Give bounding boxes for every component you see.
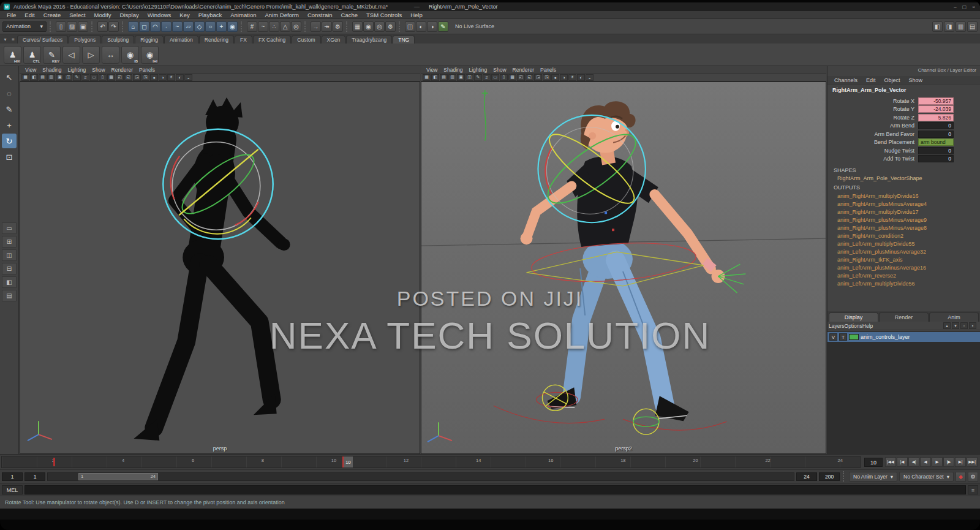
next-key-icon[interactable]: ▷ — [82, 46, 100, 64]
current-frame-marker[interactable]: 10 — [342, 456, 353, 468]
select-component-icon[interactable]: ◠ — [150, 21, 160, 32]
gate-mask-icon[interactable]: ▩ — [508, 74, 516, 81]
safe-title-icon[interactable]: ◲ — [133, 74, 141, 81]
mask-surfaces-icon[interactable]: ▱ — [183, 21, 194, 32]
tool-settings-toggle-icon[interactable]: ▥ — [956, 21, 966, 32]
lock-camera-icon[interactable]: ◧ — [30, 74, 38, 81]
foot-control-front[interactable] — [633, 409, 659, 434]
command-input[interactable] — [24, 485, 966, 494]
viewport-menu-item[interactable]: View — [22, 67, 39, 73]
play-forwards-button[interactable]: ▶ — [932, 457, 943, 467]
menubar-item[interactable]: Windows — [143, 12, 176, 18]
shelf-tab[interactable]: FX — [235, 36, 252, 44]
animation-end-field[interactable]: 200 — [819, 472, 840, 481]
channel-attribute-value[interactable]: -24.039 — [918, 105, 954, 113]
shelf-tab[interactable]: Sculpting — [102, 36, 134, 44]
lock-camera-icon[interactable]: ◧ — [431, 74, 439, 81]
menu-set-selector[interactable]: Animation ▾ — [2, 21, 47, 32]
channel-box-toggle-icon[interactable]: ▤ — [967, 21, 978, 32]
textured-mode-icon[interactable]: ◑ — [159, 74, 167, 81]
menubar-item[interactable]: Playback — [194, 12, 227, 18]
auto-keyframe-toggle[interactable]: ◆ — [956, 472, 966, 482]
layout-outliner-persp-icon[interactable]: ◧ — [2, 276, 17, 288]
select-camera-icon[interactable]: ▦ — [423, 74, 431, 81]
pan-zoom-2d-icon[interactable]: ◫ — [64, 74, 72, 81]
use-lights-icon[interactable]: ☀ — [167, 74, 175, 81]
undo-icon[interactable]: ↶ — [97, 21, 108, 32]
viewport-persp2[interactable]: persp2 — [421, 81, 826, 454]
layer-editor-tab[interactable]: Anim — [929, 312, 979, 322]
layer-list[interactable]: V T anim_controls_layer — [827, 331, 980, 454]
new-empty-layer-icon[interactable]: ▫ — [960, 322, 968, 329]
viewport-menu-item[interactable]: Renderer — [510, 67, 537, 73]
shape-node-name[interactable]: RightArm_Arm_Pole_VectorShape — [837, 175, 922, 181]
menubar-item[interactable]: Animation — [226, 12, 260, 18]
xray-icon[interactable]: ◒ — [184, 74, 192, 81]
snap-curve-icon[interactable]: ~ — [258, 21, 268, 32]
safe-action-icon[interactable]: ◱ — [526, 74, 533, 81]
output-node-item[interactable]: anim_RightArm_IkFK_axis — [827, 256, 980, 264]
playback-end-field[interactable]: 24 — [796, 472, 817, 481]
set-key-icon[interactable]: ✎ KEY — [43, 46, 61, 64]
layer-type-toggle[interactable]: T — [839, 333, 847, 341]
select-camera-icon[interactable]: ▦ — [21, 74, 29, 81]
redo-icon[interactable]: ↷ — [108, 21, 119, 32]
shelf-tab[interactable]: TNG — [393, 36, 415, 44]
shelf-tab[interactable]: Polygons — [69, 36, 101, 44]
output-node-item[interactable]: anim_LeftArm_plusMinusAverage32 — [827, 248, 980, 256]
bookmarks-icon[interactable]: ▥ — [47, 74, 55, 81]
menubar-item[interactable]: Display — [116, 12, 143, 18]
playback-start-field[interactable]: 1 — [24, 472, 45, 481]
safe-action-icon[interactable]: ◱ — [124, 74, 132, 81]
layout-four-pane-icon[interactable]: ⊞ — [2, 236, 17, 248]
snap-point-icon[interactable]: ∴ — [269, 21, 279, 32]
grid-icon[interactable]: # — [81, 74, 89, 81]
bookmarks-icon[interactable]: ▥ — [448, 74, 456, 81]
step-forward-frame-button[interactable]: |▶ — [943, 457, 954, 467]
shelf-tab[interactable]: XGen — [322, 36, 346, 44]
mask-rendering-icon[interactable]: ◉ — [227, 21, 238, 32]
layer-color-swatch[interactable] — [849, 334, 859, 340]
output-node-item[interactable]: anim_LeftArm_reverse2 — [827, 272, 980, 280]
channel-attribute-value[interactable]: -50.957 — [918, 97, 954, 105]
select-tool-icon[interactable]: ↖ — [2, 70, 17, 85]
output-node-item[interactable]: anim_LeftArm_multiplyDivide56 — [827, 280, 980, 288]
menubar-item[interactable]: Help — [406, 12, 427, 18]
channel-box-menu-item[interactable]: Show — [905, 77, 927, 83]
viewport-persp[interactable]: persp — [20, 81, 420, 454]
output-connections-icon[interactable]: ↠ — [322, 21, 332, 32]
move-nearest-key-icon[interactable]: ↔ — [102, 46, 119, 64]
shelf-tab-selector-icon[interactable]: ▾ — [1, 36, 9, 44]
shelf-menu-icon[interactable]: ≡ — [9, 36, 17, 44]
toolbar-grip[interactable] — [399, 21, 402, 32]
view-axis-gizmo[interactable] — [28, 421, 52, 441]
toolbar-grip[interactable] — [50, 21, 53, 32]
channel-attribute-value[interactable]: 5.826 — [918, 114, 954, 121]
camera-attributes-icon[interactable]: ▤ — [440, 74, 448, 81]
channel-attribute-value[interactable]: 0 — [918, 147, 954, 154]
ik-fk-blend-icon[interactable]: ◉ IHI — [141, 46, 159, 64]
channel-attribute-value[interactable]: 0 — [918, 122, 954, 129]
grid-icon[interactable]: # — [483, 74, 491, 81]
mask-joints-icon[interactable]: ○ — [205, 21, 216, 32]
ipr-render-icon[interactable]: ◎ — [374, 21, 385, 32]
anim-layer-selector[interactable]: No Anim Layer ▾ — [849, 472, 897, 482]
move-layer-down-icon[interactable]: ▾ — [952, 322, 959, 329]
save-scene-icon[interactable]: ▣ — [78, 21, 88, 32]
layer-editor-tab[interactable]: Display — [829, 312, 878, 322]
output-node-item[interactable]: anim_LeftArm_plusMinusAverage16 — [827, 264, 980, 272]
menubar-item[interactable]: Key — [175, 12, 194, 18]
output-node-item[interactable]: anim_RightArm_plusMinusAverage8 — [827, 224, 980, 232]
film-gate-icon[interactable]: ▭ — [90, 74, 98, 81]
grease-pencil-icon[interactable]: ✎ — [474, 74, 482, 81]
step-back-key-button[interactable]: |◀ — [897, 457, 908, 467]
shelf-tab[interactable]: Curves/ Surfaces — [17, 36, 68, 44]
channel-box-menu-item[interactable]: Edit — [862, 77, 880, 83]
playback-range-handle[interactable]: 1 24 — [78, 473, 158, 480]
play-backwards-button[interactable]: ◀ — [920, 457, 931, 467]
time-slider[interactable]: 24681012141618202224 10 — [1, 456, 861, 468]
use-lights-icon[interactable]: ☀ — [568, 74, 576, 81]
shelf-tab[interactable]: Custom — [292, 36, 320, 44]
open-render-view-icon[interactable]: ▦ — [352, 21, 363, 32]
lasso-tool-icon[interactable]: ◌ — [2, 86, 17, 100]
